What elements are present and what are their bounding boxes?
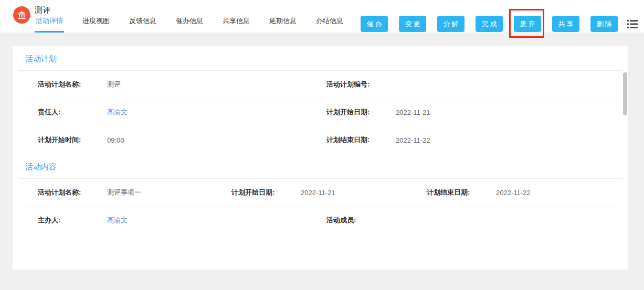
field-value: 测评事项一	[107, 188, 141, 197]
field-value: 测评	[107, 80, 121, 89]
field-value: 2022-11-21	[396, 109, 430, 116]
tab-bar: 活动详情 进度视图 反馈信息 催办信息 共享信息 延期信息 办结信息	[35, 12, 344, 33]
change-button[interactable]: 变更	[399, 16, 426, 32]
discard-button-wrapper: 废弃	[514, 16, 541, 32]
tab-activity-details[interactable]: 活动详情	[35, 12, 64, 33]
field-label: 计划开始日期:	[326, 108, 396, 117]
field-organizer: 主办人: 高渝文	[38, 216, 326, 225]
field-label: 活动计划名称:	[38, 80, 107, 89]
field-label: 活动计划编号:	[326, 80, 396, 89]
tab-feedback-info[interactable]: 反馈信息	[128, 12, 157, 33]
bank-icon	[17, 10, 27, 20]
field-label: 活动成员:	[326, 216, 396, 225]
field-label: 计划结束日期:	[326, 135, 396, 145]
share-button[interactable]: 共享	[552, 16, 579, 32]
delete-button[interactable]: 删除	[590, 16, 618, 32]
section-title: 活动计划	[18, 46, 622, 71]
section-activity-plan: 活动计划 活动计划名称: 测评 活动计划编号: 责任人: 高渝文 计划开始日期:…	[13, 46, 628, 154]
tab-progress-view[interactable]: 进度视图	[81, 12, 111, 33]
field-value: 2022-11-22	[396, 136, 430, 144]
form-row: 活动计划名称: 测评事项一 计划开始日期: 2022-11-21 计划结束日期:…	[21, 179, 619, 207]
field-activity-plan-name: 活动计划名称: 测评	[38, 80, 326, 89]
field-value: 2022-11-21	[301, 189, 335, 197]
field-plan-start-time: 计划开始时间: 09:00	[38, 135, 326, 145]
list-menu-icon[interactable]	[627, 19, 638, 29]
field-responsible-person: 责任人: 高渝文	[38, 108, 326, 117]
complete-button[interactable]: 完成	[476, 16, 503, 32]
field-activity-plan-number: 活动计划编号:	[326, 80, 619, 89]
section-activity-content: 活动内容 活动计划名称: 测评事项一 计划开始日期: 2022-11-21 计划…	[13, 154, 628, 234]
field-item-end-date: 计划结束日期: 2022-11-22	[427, 188, 619, 197]
field-label: 计划开始日期:	[231, 188, 301, 197]
app-logo	[13, 6, 30, 24]
field-plan-start-date: 计划开始日期: 2022-11-21	[326, 108, 619, 117]
field-label: 责任人:	[38, 108, 107, 117]
decompose-button[interactable]: 分解	[437, 16, 464, 32]
field-value: 09:00	[107, 136, 124, 144]
header: 测评 活动详情 进度视图 反馈信息 催办信息 共享信息 延期信息 办结信息 催办…	[0, 0, 644, 33]
detail-panel: 活动计划 活动计划名称: 测评 活动计划编号: 责任人: 高渝文 计划开始日期:…	[13, 46, 628, 270]
field-label: 计划开始时间:	[38, 135, 107, 145]
form-row: 活动计划名称: 测评 活动计划编号:	[21, 71, 619, 99]
tab-completion-info[interactable]: 办结信息	[315, 12, 344, 33]
urge-button[interactable]: 催办	[361, 16, 388, 32]
person-link[interactable]: 高渝文	[107, 216, 128, 225]
form-row: 责任人: 高渝文 计划开始日期: 2022-11-21	[21, 99, 619, 126]
field-activity-members: 活动成员:	[326, 216, 619, 225]
field-plan-end-date: 计划结束日期: 2022-11-22	[326, 135, 619, 145]
field-label: 计划结束日期:	[427, 188, 496, 197]
form-row: 计划开始时间: 09:00 计划结束日期: 2022-11-22	[21, 126, 619, 154]
tab-delay-info[interactable]: 延期信息	[268, 12, 298, 33]
field-label: 活动计划名称:	[38, 188, 107, 197]
discard-button[interactable]: 废弃	[514, 16, 541, 32]
tab-urge-info[interactable]: 催办信息	[175, 12, 204, 33]
field-activity-item-name: 活动计划名称: 测评事项一	[38, 188, 231, 197]
field-value: 2022-11-22	[496, 189, 531, 197]
section-title: 活动内容	[18, 154, 622, 179]
person-link[interactable]: 高渝文	[107, 108, 128, 117]
field-label: 主办人:	[38, 216, 107, 225]
form-row: 主办人: 高渝文 活动成员:	[21, 207, 619, 234]
scrollbar-thumb[interactable]	[623, 72, 627, 115]
field-item-start-date: 计划开始日期: 2022-11-21	[231, 188, 427, 197]
tab-share-info[interactable]: 共享信息	[221, 12, 251, 33]
action-toolbar: 催办 变更 分解 完成 废弃 共享 删除	[361, 16, 638, 32]
